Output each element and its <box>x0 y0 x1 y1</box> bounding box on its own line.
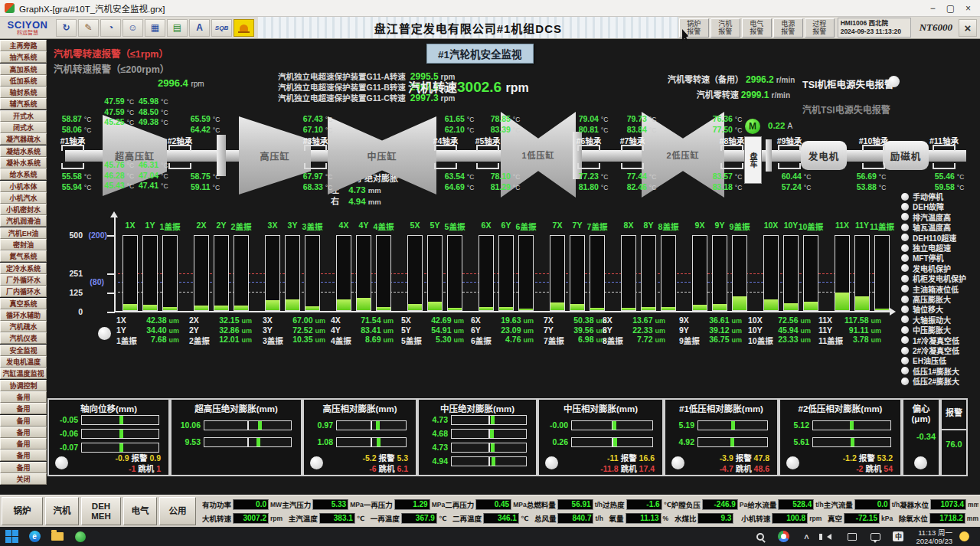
sidebar-item[interactable]: 主再旁路 <box>0 40 47 51</box>
sidebar-item[interactable]: 小机本体 <box>0 181 47 192</box>
sidebar-item[interactable]: 汽缸温度监视 <box>0 368 47 379</box>
sidebar-item[interactable]: 开式水 <box>0 110 47 122</box>
sidebar-item[interactable]: 备用 <box>0 415 47 427</box>
status-field-unit: ℃ <box>521 515 528 522</box>
sidebar-item[interactable]: 汽机仪表 <box>0 332 47 344</box>
status-field-unit: t/h <box>815 501 823 508</box>
expansion-panel: #1低压相对膨胀(mm)5.194.92-3.9 报警 47.8-4.7 跳机 … <box>664 398 779 476</box>
sidebar-item[interactable]: 备用 <box>0 450 47 461</box>
alarm-nav-button[interactable]: 汽机 报警 <box>710 18 740 38</box>
sidebar-item[interactable]: 轴封系统 <box>0 87 47 98</box>
alarm-nav-button[interactable]: 电源 报警 <box>773 18 803 38</box>
trip-lamp-icon <box>901 234 909 241</box>
sidebar-item[interactable]: 备用 <box>0 391 47 403</box>
alarm-nav-button[interactable]: 电气 报警 <box>742 18 772 38</box>
nav-tab[interactable]: 汽机 <box>45 497 79 525</box>
sidebar-item[interactable]: 汽机润滑油 <box>0 215 47 227</box>
ime-icon[interactable]: 中 <box>890 529 906 544</box>
sidebar-item[interactable]: 辅汽系统 <box>0 98 47 110</box>
page-title-chip[interactable]: #1汽轮机安全监视 <box>426 44 534 64</box>
gauge-value: 4.92 <box>668 437 694 446</box>
chrome-icon[interactable] <box>775 529 792 544</box>
sidebar-item[interactable]: 小机密封水 <box>0 204 47 215</box>
sidebar-item[interactable]: 真空系统 <box>0 298 47 309</box>
search-icon[interactable] <box>752 529 769 544</box>
sidebar-item[interactable]: 汽机EH油 <box>0 227 47 239</box>
sidebar-item[interactable]: 抽汽系统 <box>0 51 47 63</box>
toolbar-close-button[interactable]: × <box>959 19 977 37</box>
sidebar-item[interactable]: 安全监视 <box>0 345 47 356</box>
sidebar-item[interactable]: 备用 <box>0 427 47 438</box>
chevron-up-icon[interactable]: ˄ <box>798 529 815 544</box>
sidebar-item[interactable]: 凝结水系统 <box>0 145 47 157</box>
folder-icon[interactable] <box>49 529 66 544</box>
sidebar-item[interactable]: 循环水辅助 <box>0 309 47 321</box>
status-field-value: 1718.2 <box>929 513 965 524</box>
sidebar-item[interactable]: 凝补水系统 <box>0 157 47 168</box>
user-icon[interactable]: ☺ <box>122 19 143 37</box>
monitor-icon[interactable]: ▦ <box>145 19 165 37</box>
speaker-icon[interactable] <box>821 529 838 544</box>
reading-value: 117.58um <box>840 316 881 325</box>
sidebar-item[interactable]: 备用 <box>0 462 47 473</box>
vibration-bar-fill <box>590 308 604 310</box>
green-app-icon[interactable] <box>72 529 89 544</box>
sidebar-item[interactable]: 协调控制 <box>0 380 47 391</box>
alarm-bell-icon[interactable] <box>234 19 254 37</box>
sidebar-item[interactable]: 汽机疏水 <box>0 321 47 332</box>
expansion-panel: 中压绝对膨胀(mm)4.734.684.734.94 <box>417 398 537 476</box>
gauge-center-tick <box>247 438 249 446</box>
sqb-icon[interactable]: SQB <box>211 19 232 37</box>
sidebar-item[interactable]: 高加系统 <box>0 64 47 75</box>
sidebar-item[interactable]: 定冷水系统 <box>0 263 47 274</box>
sidebar-item[interactable]: 氮气系统 <box>0 250 47 262</box>
vibration-bar-fill <box>622 308 635 310</box>
taskbar-clock[interactable]: 11:13 周一2024/09/23 <box>916 528 952 545</box>
reading-label: 6Y <box>471 325 481 335</box>
bearing-bracket-top <box>168 145 191 151</box>
nav-tab[interactable]: 电气 <box>123 497 157 525</box>
history-icon[interactable]: ◔ <box>100 19 121 37</box>
gauge-value: -0.00 <box>542 420 568 430</box>
sidebar-item[interactable]: 密封油 <box>0 239 47 250</box>
bearing-bracket-bottom <box>720 163 743 169</box>
sidebar-item[interactable]: 给水系统 <box>0 168 47 180</box>
minimize-button[interactable]: − <box>930 3 936 14</box>
sidebar-item[interactable]: 备用 <box>0 403 47 414</box>
font-icon[interactable]: A <box>189 19 210 37</box>
status-field: 总风量840.7t/h <box>534 513 603 524</box>
vibration-bar-label: 8Y <box>644 221 654 230</box>
brightness-icon[interactable] <box>956 529 972 544</box>
status-field-label: 一再温度 <box>371 513 400 524</box>
chat-icon[interactable] <box>867 529 884 544</box>
sidebar-item[interactable]: 关闭 <box>0 473 47 485</box>
alarm-nav-button[interactable]: 过程 报警 <box>805 18 835 38</box>
nav-tab[interactable]: DEH MEH <box>81 497 121 525</box>
sidebar-item[interactable]: 低加系统 <box>0 75 47 87</box>
sidebar-item[interactable]: 备用 <box>0 438 47 450</box>
sidebar-item[interactable]: 凝汽器疏水 <box>0 133 47 145</box>
gauge-bar <box>451 429 527 439</box>
sidebar-item[interactable]: 闭式水 <box>0 122 47 133</box>
reading-value: 3.78um <box>840 335 881 344</box>
close-button[interactable]: × <box>965 3 971 14</box>
reading-value: 39.12um <box>701 325 742 335</box>
sync-icon[interactable]: ↻ <box>56 19 77 37</box>
status-field-label: 二再温度 <box>452 513 482 524</box>
maximize-button[interactable]: ▢ <box>946 3 955 14</box>
print-icon[interactable]: ✎ <box>78 19 99 37</box>
cards-icon[interactable]: ▤ <box>167 19 188 37</box>
sidebar-item[interactable]: 发电机温度 <box>0 356 47 368</box>
nav-tab[interactable]: 锅炉 <box>2 497 43 525</box>
nav-tab[interactable]: 公用 <box>159 497 196 525</box>
sidebar-item[interactable]: 小机汽水 <box>0 192 47 204</box>
panel-gauge: 0.97 <box>307 420 414 430</box>
sidebar-item[interactable]: 厂内循环水 <box>0 286 47 297</box>
reading-value: 8.69um <box>352 335 394 344</box>
uhp-cylinder-temps-top: 47.59 °C 45.98 °C47.59 °C 48.50 °C45.25 … <box>104 96 168 128</box>
edge-icon[interactable]: e <box>26 529 43 544</box>
start-icon[interactable] <box>3 529 20 544</box>
gauge-marker <box>119 416 123 424</box>
phone-icon[interactable] <box>844 529 861 544</box>
sidebar-item[interactable]: 厂外循环水 <box>0 274 47 286</box>
